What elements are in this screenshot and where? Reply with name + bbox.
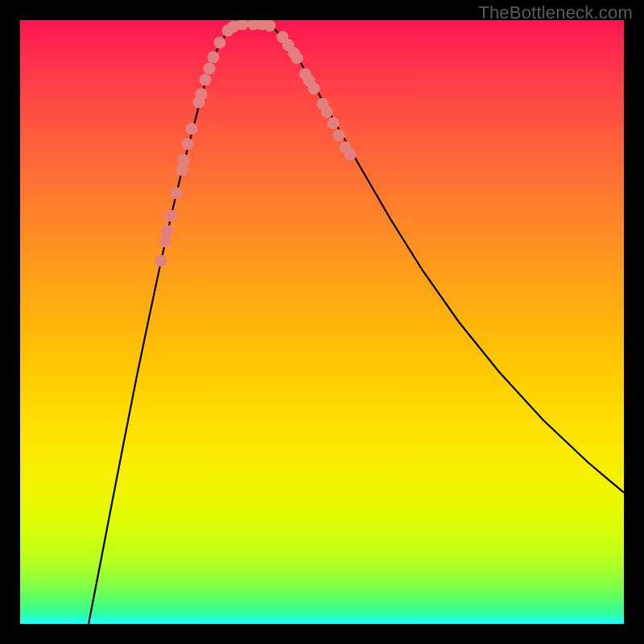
bottleneck-curve <box>89 24 624 624</box>
data-dot <box>264 20 276 32</box>
data-dot <box>321 106 333 118</box>
data-dot <box>308 83 320 95</box>
data-dot <box>200 74 212 86</box>
data-dot <box>182 138 194 151</box>
data-dot <box>171 188 183 200</box>
data-dot <box>345 149 357 161</box>
data-dot <box>162 225 174 237</box>
data-dot <box>208 52 220 64</box>
data-dot <box>204 63 216 75</box>
plot-area <box>20 20 624 624</box>
data-dot <box>328 118 340 130</box>
data-dot <box>165 210 177 222</box>
data-dot <box>291 52 303 64</box>
chart-svg <box>20 20 624 624</box>
data-dot <box>196 89 208 101</box>
data-dot <box>186 123 198 135</box>
data-dot <box>155 255 167 267</box>
chart-frame: TheBottleneck.com <box>0 0 644 644</box>
data-dot <box>178 155 190 167</box>
data-dot <box>159 236 171 248</box>
data-dot <box>333 130 345 142</box>
dots-group <box>155 20 357 267</box>
data-dot <box>214 37 226 49</box>
